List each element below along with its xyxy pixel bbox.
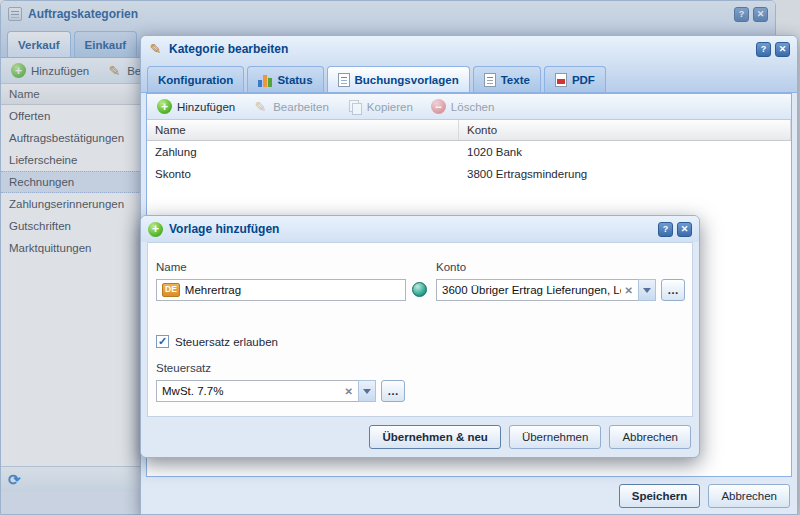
column-header-konto[interactable]: Konto [459,120,791,140]
vorlage-hinzufuegen-dialog: + Vorlage hinzufügen ? ✕ Name DE Mehrert… [140,215,700,458]
help-icon[interactable]: ? [756,42,771,57]
window-footer: Speichern Abbrechen [141,477,797,514]
clear-icon[interactable]: ✕ [345,386,353,397]
steuersatz-value: MwSt. 7.7% [162,385,341,397]
dropdown-trigger-icon[interactable] [358,380,376,402]
dialog-footer: Übernehmen & neu Übernehmen Abbrechen [141,417,699,457]
abbrechen-button[interactable]: Abbrechen [708,484,790,508]
template-name: Skonto [147,168,459,180]
close-icon[interactable]: ✕ [677,222,692,237]
edit-button: ✎ Bearbeiten [249,97,333,116]
steuersatz-erlauben-label[interactable]: Steuersatz erlauben [175,336,278,348]
language-badge[interactable]: DE [162,283,180,296]
steuersatz-label: Steuersatz [156,362,211,374]
window-title: Kategorie bearbeiten [169,42,750,56]
dialog-title: Vorlage hinzufügen [169,222,652,236]
booking-template-icon [338,73,350,87]
delete-button-label: Löschen [451,101,494,113]
name-input[interactable]: DE Mehrertrag [156,279,406,301]
clear-icon[interactable]: ✕ [625,285,633,296]
status-chart-icon [258,73,272,87]
steuersatz-lookup-button[interactable]: … [381,380,405,402]
tab-label: Status [277,74,312,86]
delete-button: − Löschen [427,97,498,116]
template-name: Zahlung [147,146,459,158]
window-tools: ? ✕ [756,42,790,57]
uebernehmen-und-neu-button[interactable]: Übernehmen & neu [369,425,500,449]
edit-button-label: Bearbeiten [273,101,329,113]
tab-texte[interactable]: Texte [473,66,541,92]
dialog-form: Name DE Mehrertrag Konto 3600 Übriger Er… [147,242,693,417]
pencil-icon: ✎ [253,99,268,114]
add-button[interactable]: + Hinzufügen [153,97,239,116]
dialog-titlebar[interactable]: + Vorlage hinzufügen ? ✕ [141,216,699,242]
abbrechen-button[interactable]: Abbrechen [609,425,691,449]
window-titlebar[interactable]: ✎ Kategorie bearbeiten ? ✕ [141,36,797,62]
tab-label: Texte [501,74,530,86]
dialog-tools: ? ✕ [658,222,692,237]
help-icon[interactable]: ? [658,222,673,237]
pdf-icon [555,73,567,87]
uebernehmen-button[interactable]: Übernehmen [509,425,601,449]
text-lines-icon [484,73,496,87]
tab-label: Buchungsvorlagen [355,74,459,86]
templates-toolbar: + Hinzufügen ✎ Bearbeiten Kopieren − Lös… [147,94,791,120]
copy-icon [347,99,362,114]
template-row-skonto[interactable]: Skonto 3800 Ertragsminderung [147,163,791,185]
tab-buchungsvorlagen[interactable]: Buchungsvorlagen [327,66,470,92]
column-header-name[interactable]: Name [147,120,459,140]
steuersatz-erlauben-checkbox[interactable]: ✓ [156,335,169,348]
template-konto: 1020 Bank [459,146,791,158]
add-icon: + [157,99,172,114]
add-button-label: Hinzufügen [177,101,235,113]
tab-pdf[interactable]: PDF [544,66,606,92]
dropdown-trigger-icon[interactable] [638,279,656,301]
tab-status[interactable]: Status [247,66,323,92]
konto-lookup-button[interactable]: … [661,279,685,301]
close-icon[interactable]: ✕ [775,42,790,57]
translate-globe-icon[interactable] [412,282,427,297]
copy-button: Kopieren [343,97,417,116]
delete-icon: − [431,99,446,114]
konto-combobox[interactable]: 3600 Übriger Ertrag Lieferungen, Leis ✕ [436,279,656,301]
speichern-button[interactable]: Speichern [619,484,701,508]
copy-button-label: Kopieren [367,101,413,113]
add-icon: + [148,222,163,237]
tab-konfiguration[interactable]: Konfiguration [147,66,244,92]
tab-label: Konfiguration [158,74,233,86]
edit-icon: ✎ [148,42,163,57]
konto-input[interactable]: 3600 Übriger Ertrag Lieferungen, Leis ✕ [436,279,638,301]
template-konto: 3800 Ertragsminderung [459,168,791,180]
tab-bar: Konfiguration Status Buchungsvorlagen Te… [141,62,797,93]
steuersatz-combobox[interactable]: MwSt. 7.7% ✕ [156,380,376,402]
steuersatz-input[interactable]: MwSt. 7.7% ✕ [156,380,358,402]
template-row-zahlung[interactable]: Zahlung 1020 Bank [147,141,791,163]
tab-label: PDF [572,74,595,86]
konto-value: 3600 Übriger Ertrag Lieferungen, Leis [442,284,621,296]
templates-grid-header: Name Konto [147,120,791,141]
name-value: Mehrertrag [185,284,400,296]
name-label: Name [156,261,187,273]
konto-label: Konto [436,261,466,273]
